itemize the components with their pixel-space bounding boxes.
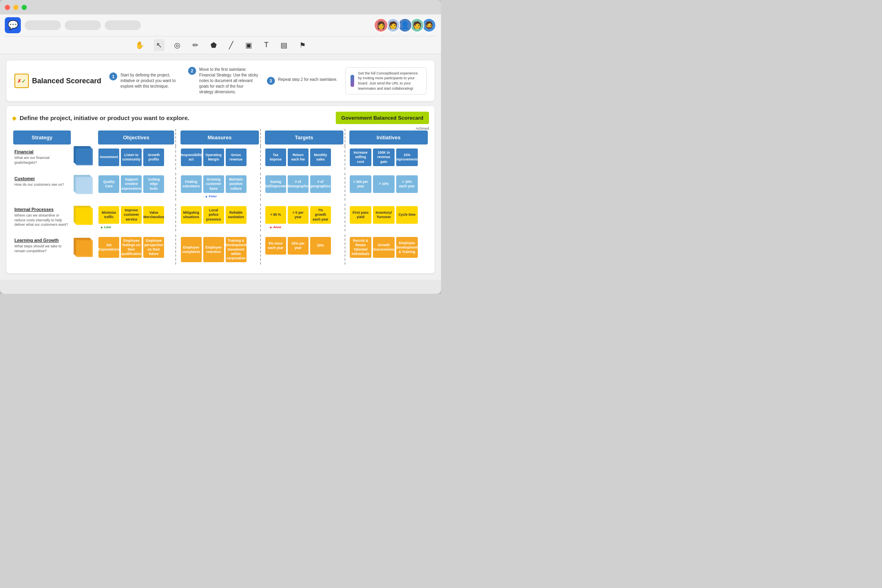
line-tool[interactable]: ╱ xyxy=(227,39,236,51)
objective-note-learning-1[interactable]: Employee feelings on their qualification xyxy=(121,237,142,258)
initiatives-cell-customer: > 300 per year> 10%> 10% each year xyxy=(348,173,429,201)
define-row: ◆ Define the project, initiative or prod… xyxy=(12,112,429,124)
target-note-internal-2[interactable]: 7% growth each year xyxy=(310,206,331,224)
sep-2 xyxy=(260,129,264,146)
measure-note-financial-0[interactable]: Responsibility act xyxy=(181,149,202,166)
strategy-cell-learning: Learning and Growth What steps should we… xyxy=(12,235,72,265)
measure-note-learning-0[interactable]: Employee complaints xyxy=(181,237,202,262)
initiative-note-financial-1[interactable]: 100K in revenue gain xyxy=(373,149,395,166)
initiatives-cell-internal: First pass yieldInventory/ TurnoverCycle… xyxy=(348,204,429,231)
initiative-note-learning-0[interactable]: Recruit & Retain Talented Individuals xyxy=(350,237,371,258)
sep-meas-targ-internal xyxy=(260,204,264,231)
objective-note-customer-2[interactable]: Cutting edge tools xyxy=(143,175,164,193)
image-tool[interactable]: ▣ xyxy=(243,39,255,51)
sep-1 xyxy=(175,129,179,146)
initiative-note-financial-2[interactable]: 15% Improvements xyxy=(396,149,418,166)
step-text-3: Repeat step 2 for each swimlane. xyxy=(278,77,337,82)
step-num-3: 3 xyxy=(267,77,275,85)
targets-cell-learning: 8% more each year25% per year20% xyxy=(264,235,345,265)
target-note-customer-1[interactable]: # of demographic xyxy=(288,175,309,193)
measure-note-learning-1[interactable]: Employee retention xyxy=(203,237,224,262)
initiative-note-customer-2[interactable]: > 10% each year xyxy=(396,175,418,193)
objective-note-customer-0[interactable]: Quality Care xyxy=(98,175,119,193)
measure-note-customer-1[interactable]: Growing customer base xyxy=(203,175,224,193)
initiative-note-internal-0[interactable]: First pass yield xyxy=(350,206,371,224)
measure-note-internal-1[interactable]: Local police presence xyxy=(203,206,224,224)
target-note-financial-2[interactable]: Monthly sales xyxy=(310,149,331,166)
header-row: Strategy Objectives Measures Targets xyxy=(12,129,429,146)
measure-note-financial-1[interactable]: Operating Margin xyxy=(203,149,224,166)
eraser-tool[interactable]: ◎ xyxy=(172,39,183,51)
row-financial: Financial What are our financial goals/t… xyxy=(12,146,429,170)
nav-pill-2[interactable] xyxy=(65,20,101,30)
objective-note-financial-0[interactable]: Investment xyxy=(98,149,119,166)
sep-meas-targ-financial xyxy=(260,146,264,170)
target-note-learning-1[interactable]: 25% per year xyxy=(288,237,309,255)
col-targets: Targets xyxy=(264,129,345,146)
initiative-note-internal-1[interactable]: Inventory/ Turnover xyxy=(373,206,395,224)
objectives-cell-internal: Minimize trafficImprove customer service… xyxy=(97,204,175,231)
measure-note-internal-2[interactable]: Reliable sanitation xyxy=(226,206,247,224)
strategy-cell-internal: Internal Processes Where can we streamli… xyxy=(12,204,72,231)
intro-panel: ✗✓ Balanced Scorecard 1 Start by definin… xyxy=(6,60,435,101)
objective-note-learning-2[interactable]: Employee perspective on their future xyxy=(143,237,164,258)
target-note-learning-0[interactable]: 8% more each year xyxy=(265,237,286,255)
pen-tool[interactable]: ✏ xyxy=(190,39,201,51)
sticky-tool[interactable]: ▤ xyxy=(278,39,290,51)
objective-note-internal-2[interactable]: Value Merchandise xyxy=(143,206,164,224)
measure-note-financial-2[interactable]: Gross revenue xyxy=(226,149,247,166)
minimize-button[interactable] xyxy=(13,5,18,10)
nav-pill-3[interactable] xyxy=(105,20,141,30)
sep-obj-meas-customer xyxy=(175,173,179,201)
objective-note-financial-1[interactable]: Listen to community xyxy=(121,149,142,166)
measure-note-internal-0[interactable]: Mitigating situations xyxy=(181,206,202,224)
measure-note-customer-0[interactable]: Finding volunteers xyxy=(181,175,202,193)
objective-note-customer-1[interactable]: Support creative expressions xyxy=(121,175,142,193)
step-text-1: Start by defining the project, initiativ… xyxy=(120,72,180,89)
targets-cell-internal: < 85 %> 5 per year7% growth each year▲ A… xyxy=(264,204,345,231)
objective-note-financial-2[interactable]: Growth profits xyxy=(143,149,164,166)
flag-tool[interactable]: ⚑ xyxy=(297,39,308,51)
initiative-note-customer-0[interactable]: > 300 per year xyxy=(350,175,371,193)
target-note-customer-0[interactable]: Saving capital/improvement xyxy=(265,175,286,193)
project-author: Achmed xyxy=(416,126,429,130)
objective-note-learning-0[interactable]: Set Expectations xyxy=(98,237,119,258)
measures-cell-financial: Responsibility actOperating MarginGross … xyxy=(179,146,260,170)
sticky-stack-customer xyxy=(72,173,97,201)
app-window: 💬 👩 🧑 👤 🧑 🧔 ✋ ↖ ◎ ✏ ⬟ ╱ ▣ T ▤ ⚑ xyxy=(0,0,441,294)
initiative-note-financial-0[interactable]: Increase selling cost xyxy=(350,149,371,166)
sep-targ-init-internal xyxy=(345,204,348,231)
measure-note-customer-2[interactable]: Maintain positive culture xyxy=(226,175,247,193)
hand-tool[interactable]: ✋ xyxy=(133,39,146,51)
objective-note-internal-1[interactable]: Improve customer service xyxy=(121,206,142,224)
target-note-customer-2[interactable]: # of geographics xyxy=(310,175,331,193)
initiative-note-learning-1[interactable]: Growth Successions xyxy=(373,237,395,258)
target-note-financial-0[interactable]: Tax Impose xyxy=(265,149,286,166)
nav-pill-1[interactable] xyxy=(25,20,61,30)
initiative-note-customer-1[interactable]: > 10% xyxy=(373,175,395,193)
targets-cell-customer: Saving capital/improvement# of demograph… xyxy=(264,173,345,201)
objective-note-internal-0[interactable]: Minimize traffic xyxy=(98,206,119,224)
target-note-financial-1[interactable]: Return each fee xyxy=(288,149,309,166)
row-title-internal: Internal Processes xyxy=(14,207,70,212)
cursor-lina: ▲ Lina xyxy=(98,225,174,229)
avatar-1: 👩 xyxy=(374,18,388,32)
row-title-learning: Learning and Growth xyxy=(14,238,70,243)
row-title-customer: Customer xyxy=(14,176,70,181)
maximize-button[interactable] xyxy=(22,5,27,10)
project-label-container: Government Balanced Scorecard Achmed xyxy=(336,112,429,124)
initiative-note-internal-2[interactable]: Cycle time xyxy=(396,206,418,224)
shape-tool[interactable]: ⬟ xyxy=(208,39,219,51)
step-num-2: 2 xyxy=(188,67,196,75)
initiative-note-learning-2[interactable]: Employee Development & Training xyxy=(396,237,418,258)
canvas-area[interactable]: ✗✓ Balanced Scorecard 1 Start by definin… xyxy=(0,54,441,280)
project-label[interactable]: Government Balanced Scorecard xyxy=(336,112,429,124)
select-tool[interactable]: ↖ xyxy=(154,39,164,51)
target-note-internal-1[interactable]: > 5 per year xyxy=(288,206,309,224)
text-tool[interactable]: T xyxy=(262,39,271,51)
target-note-learning-2[interactable]: 20% xyxy=(310,237,331,255)
close-button[interactable] xyxy=(5,5,10,10)
sep-obj-meas-internal xyxy=(175,204,179,231)
target-note-internal-0[interactable]: < 85 % xyxy=(265,206,286,224)
measure-note-learning-2[interactable]: Training & Development movement within c… xyxy=(226,237,247,262)
